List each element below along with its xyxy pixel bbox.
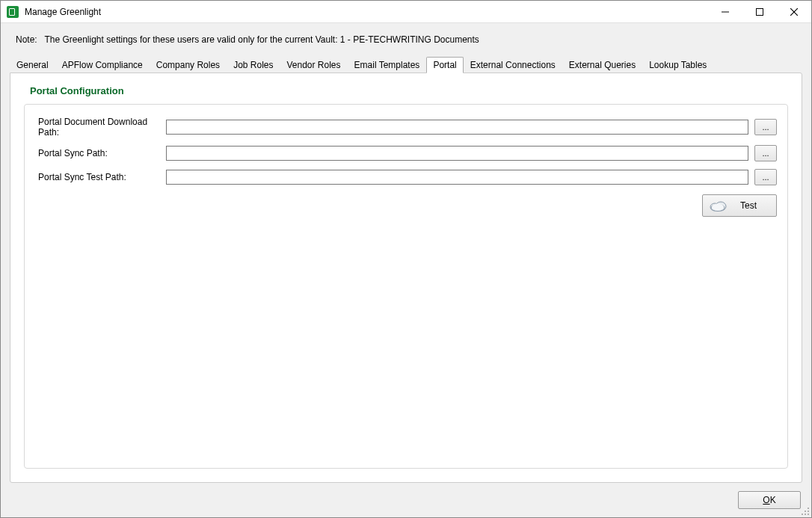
input-sync-test-path[interactable]: [166, 170, 748, 185]
browse-download-path-button[interactable]: ...: [754, 119, 777, 135]
tab-portal[interactable]: Portal: [426, 57, 463, 73]
label-sync-test-path: Portal Sync Test Path:: [35, 172, 166, 182]
test-button[interactable]: Test: [702, 194, 777, 217]
tab-apflow-compliance[interactable]: APFlow Compliance: [55, 57, 150, 73]
row-sync-path: Portal Sync Path: ...: [35, 145, 777, 161]
minimize-icon: [722, 8, 729, 16]
portal-groupbox: Portal Document Download Path: ... Porta…: [24, 104, 788, 469]
svg-point-7: [712, 204, 724, 211]
label-download-path: Portal Document Download Path:: [35, 117, 166, 138]
note-text: The Greenlight settings for these users …: [45, 34, 479, 45]
svg-point-8: [808, 508, 809, 509]
svg-point-13: [808, 514, 809, 515]
tab-external-queries[interactable]: External Queries: [562, 57, 642, 73]
svg-point-11: [802, 514, 803, 515]
svg-point-9: [805, 511, 806, 512]
browse-sync-path-button[interactable]: ...: [754, 145, 777, 161]
tab-lookup-tables[interactable]: Lookup Tables: [642, 57, 713, 73]
svg-rect-1: [757, 9, 763, 16]
note-row: Note: The Greenlight settings for these …: [1, 23, 811, 52]
input-sync-path[interactable]: [166, 146, 748, 161]
test-button-label: Test: [740, 200, 757, 211]
tab-job-roles[interactable]: Job Roles: [227, 57, 280, 73]
tabs-container: General APFlow Compliance Company Roles …: [10, 56, 802, 483]
input-download-path[interactable]: [166, 120, 748, 135]
row-download-path: Portal Document Download Path: ...: [35, 117, 777, 138]
svg-point-12: [805, 514, 806, 515]
maximize-icon: [756, 8, 763, 16]
maximize-button[interactable]: [742, 1, 777, 23]
svg-point-10: [808, 511, 809, 512]
tab-page-portal: Portal Configuration Portal Document Dow…: [10, 73, 802, 483]
tab-vendor-roles[interactable]: Vendor Roles: [280, 57, 348, 73]
cloud-icon: [709, 200, 727, 212]
tab-general[interactable]: General: [10, 57, 55, 73]
resize-grip[interactable]: [799, 505, 810, 516]
tab-company-roles[interactable]: Company Roles: [150, 57, 227, 73]
note-label: Note:: [16, 34, 37, 45]
window-root: Manage Greenlight Note: The Greenlight s…: [0, 0, 812, 518]
bottom-bar: OK: [1, 483, 811, 517]
tab-email-templates[interactable]: Email Templates: [348, 57, 427, 73]
browse-sync-test-path-button[interactable]: ...: [754, 169, 777, 185]
app-icon: [7, 6, 19, 18]
ok-button-label: OK: [763, 495, 775, 505]
close-button[interactable]: [777, 1, 811, 23]
tab-strip: General APFlow Compliance Company Roles …: [10, 56, 802, 73]
content-area: Note: The Greenlight settings for these …: [1, 23, 811, 517]
close-icon: [790, 8, 798, 16]
ok-button[interactable]: OK: [738, 491, 801, 509]
window-title: Manage Greenlight: [25, 7, 708, 17]
minimize-button[interactable]: [708, 1, 742, 23]
window-controls: [708, 1, 811, 22]
test-row: Test: [35, 194, 777, 217]
section-title: Portal Configuration: [24, 81, 788, 104]
titlebar: Manage Greenlight: [1, 1, 811, 23]
label-sync-path: Portal Sync Path:: [35, 148, 166, 158]
row-sync-test-path: Portal Sync Test Path: ...: [35, 169, 777, 185]
tab-external-connections[interactable]: External Connections: [464, 57, 562, 73]
